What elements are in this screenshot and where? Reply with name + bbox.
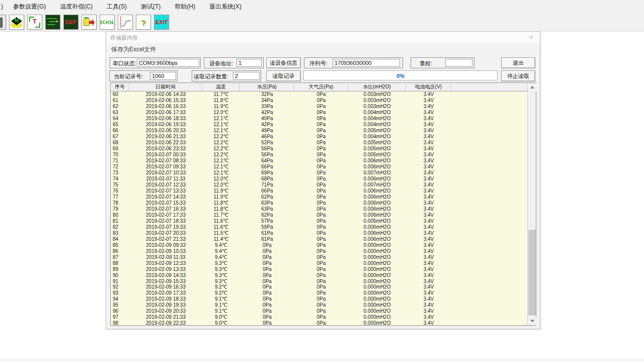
table-row[interactable]: 93 2019-02-09 17:33 9.2℃ 0Pa 0Pa 0.000mH… [111, 290, 528, 296]
close-icon[interactable]: × [527, 33, 536, 42]
serial-port-field[interactable]: COM3:9600bps [137, 59, 199, 67]
cell-water-pressure: 34Pa [240, 98, 294, 103]
table-row[interactable]: 72 2019-02-07 09:33 12.1℃ 66Pa 0Pa 0.006… [111, 164, 528, 170]
transfer-icon [82, 15, 96, 29]
column-header[interactable] [451, 83, 528, 91]
table-row[interactable]: 63 2019-02-06 17:33 12.0℃ 42Pa 0Pa 0.004… [111, 110, 528, 116]
scrollbar-thumb[interactable] [528, 230, 536, 315]
table-row[interactable]: 74 2019-02-07 11:33 12.0℃ 68Pa 0Pa 0.006… [111, 176, 528, 182]
table-row[interactable]: 88 2019-02-09 12:33 9.3℃ 0Pa 0Pa 0.000mH… [111, 260, 528, 266]
cell-temperature: 12.1℃ [202, 116, 240, 121]
menu-item[interactable]: ) [0, 0, 6, 13]
table-row[interactable]: 77 2019-02-07 14:33 11.9℃ 62Pa 0Pa 0.006… [111, 194, 528, 200]
table-row[interactable]: 73 2019-02-07 10:33 12.1℃ 69Pa 0Pa 0.007… [111, 170, 528, 176]
cell-water-pressure: 68Pa [240, 176, 294, 182]
table-row[interactable]: 62 2019-02-06 16:33 11.9℃ 33Pa 0Pa 0.003… [111, 104, 528, 110]
table-row[interactable]: 98 2019-02-09 22:33 9.0℃ 0Pa 0Pa 0.000mH… [111, 320, 528, 326]
table-row[interactable]: 95 2019-02-09 19:33 9.1℃ 0Pa 0Pa 0.000mH… [111, 302, 528, 308]
menu-item[interactable]: 参数设置(G) [6, 0, 53, 13]
range-field[interactable] [445, 59, 472, 67]
table-row[interactable]: 82 2019-02-07 19:33 11.6℃ 59Pa 0Pa 0.006… [111, 224, 528, 230]
table-row[interactable]: 66 2019-02-06 20:33 12.1℃ 49Pa 0Pa 0.005… [111, 128, 528, 134]
cell-water-level: 0.005mH2O [348, 152, 406, 157]
table-row[interactable]: 61 2019-02-06 15:33 11.8℃ 34Pa 0Pa 0.003… [111, 98, 528, 104]
table-row[interactable]: 65 2019-02-06 19:33 12.1℃ 42Pa 0Pa 0.004… [111, 122, 528, 128]
table-row[interactable]: 64 2019-02-06 18:33 12.1℃ 40Pa 0Pa 0.004… [111, 116, 528, 122]
transfer-toolbar-button[interactable] [82, 15, 97, 30]
cell-water-pressure: 63Pa [240, 200, 294, 206]
cell-water-level: 0.004mH2O [348, 116, 406, 121]
device-address-field[interactable]: 1 [236, 59, 262, 67]
device-toolbar-button[interactable] [0, 15, 6, 30]
temperature-toolbar-button[interactable]: T [27, 15, 42, 30]
menu-item[interactable]: 测试(T) [134, 0, 168, 13]
current-record-field[interactable]: 1060 [150, 72, 176, 80]
board-toolbar-button[interactable] [45, 15, 60, 30]
cell-water-pressure: 0Pa [240, 279, 294, 284]
cell-datetime: 2019-02-07 10:33 [129, 170, 202, 175]
table-row[interactable]: 85 2019-02-09 09:33 9.4℃ 0Pa 0Pa 0.000mH… [111, 242, 528, 248]
cell-seq: 74 [111, 176, 129, 182]
table-row[interactable]: 79 2019-02-07 16:33 11.8℃ 63Pa 0Pa 0.006… [111, 206, 528, 212]
cell-water-pressure: 52Pa [240, 140, 294, 145]
table-row[interactable]: 94 2019-02-09 18:33 9.1℃ 0Pa 0Pa 0.000mH… [111, 296, 528, 302]
read-count-field[interactable]: 2 [233, 72, 260, 80]
exit-toolbar-button[interactable]: EXIT [154, 15, 169, 30]
table-row[interactable]: 97 2019-02-09 21:33 9.0℃ 0Pa 0Pa 0.000mH… [111, 314, 528, 320]
column-header[interactable]: 水压(Pa) [240, 83, 294, 91]
menu-item[interactable]: 工具(S) [100, 0, 134, 13]
curve-toolbar-button[interactable] [118, 15, 133, 30]
scroll-up-icon[interactable] [528, 83, 536, 92]
cell-datetime: 2019-02-07 18:33 [129, 218, 202, 224]
table-row[interactable]: 78 2019-02-07 15:33 11.8℃ 63Pa 0Pa 0.006… [111, 200, 528, 206]
table-row[interactable]: 84 2019-02-07 21:33 11.4℃ 61Pa 0Pa 0.006… [111, 236, 528, 242]
table-row[interactable]: 80 2019-02-07 17:33 11.7℃ 62Pa 0Pa 0.006… [111, 212, 528, 218]
table-row[interactable]: 96 2019-02-09 20:33 9.1℃ 0Pa 0Pa 0.000mH… [111, 308, 528, 314]
cell-water-pressure: 64Pa [240, 158, 294, 163]
column-header[interactable]: 大气压(Pa) [294, 83, 348, 91]
read-device-info-button[interactable]: 读设备信息 [266, 57, 301, 68]
table-row[interactable]: 92 2019-02-09 16:33 9.2℃ 0Pa 0Pa 0.000mH… [111, 284, 528, 290]
tool-toolbar-button[interactable]: TOOL [100, 15, 115, 30]
table-row[interactable]: 70 2019-02-07 00:33 12.2℃ 56Pa 0Pa 0.005… [111, 152, 528, 158]
exit-button[interactable]: 退出 [501, 57, 535, 68]
table-row[interactable]: 87 2019-02-09 11:33 9.4℃ 0Pa 0Pa 0.000mH… [111, 254, 528, 260]
cell-seq: 83 [111, 230, 129, 236]
column-header[interactable]: 温度 [202, 83, 240, 91]
table-row[interactable]: 75 2019-02-07 12:33 12.0℃ 71Pa 0Pa 0.007… [111, 182, 528, 188]
cell-seq: 88 [111, 260, 129, 266]
table-row[interactable]: 71 2019-02-07 08:33 12.1℃ 64Pa 0Pa 0.006… [111, 158, 528, 164]
menu-item[interactable]: 温度补偿(C) [53, 0, 100, 13]
table-row[interactable]: 68 2019-02-06 22:33 12.2℃ 52Pa 0Pa 0.005… [111, 140, 528, 146]
read-records-button[interactable]: 读取记录 [266, 70, 301, 81]
table-row[interactable]: 89 2019-02-09 13:33 9.3℃ 0Pa 0Pa 0.000mH… [111, 266, 528, 272]
table-row[interactable]: 81 2019-02-07 18:33 11.6℃ 57Pa 0Pa 0.005… [111, 218, 528, 224]
vertical-scrollbar[interactable] [527, 83, 536, 325]
cell-water-level: 0.006mH2O [348, 176, 406, 182]
column-header[interactable]: 序号 [111, 83, 129, 91]
save-as-excel-menu[interactable]: 保存为Excel文件 [111, 45, 156, 54]
measure-toolbar-button[interactable]: M [9, 15, 24, 30]
table-row[interactable]: 76 2019-02-07 13:33 11.9℃ 66Pa 0Pa 0.006… [111, 188, 528, 194]
column-header[interactable]: 水位(mH2O) [348, 83, 406, 91]
menu-item[interactable]: 帮助(H) [168, 0, 202, 13]
menu-item[interactable]: 退出系统(X) [202, 0, 249, 13]
cell-battery-voltage: 3.4V [406, 170, 451, 175]
stop-reading-button[interactable]: 停止读取 [501, 70, 535, 81]
table-row[interactable]: 60 2019-02-06 14:33 11.7℃ 32Pa 0Pa 0.003… [111, 92, 528, 98]
eeprom-toolbar-button[interactable]: EEP [63, 15, 78, 30]
column-header[interactable]: 电池电压(V) [406, 83, 451, 91]
table-row[interactable]: 91 2019-02-09 15:33 9.3℃ 0Pa 0Pa 0.000mH… [111, 278, 528, 284]
table-row[interactable]: 69 2019-02-06 23:33 12.2℃ 56Pa 0Pa 0.005… [111, 146, 528, 152]
serial-number-field[interactable]: 170936030000 [333, 59, 400, 67]
cell-temperature: 9.3℃ [202, 260, 240, 266]
help-toolbar-button[interactable]: ? [136, 15, 151, 30]
scroll-down-icon[interactable] [528, 317, 536, 325]
table-row[interactable]: 86 2019-02-09 10:33 9.4℃ 0Pa 0Pa 0.000mH… [111, 248, 528, 254]
table-row[interactable]: 67 2019-02-06 21:33 12.2℃ 46Pa 0Pa 0.004… [111, 134, 528, 140]
table-row[interactable]: 83 2019-02-07 20:33 11.5℃ 61Pa 0Pa 0.006… [111, 230, 528, 236]
table-row[interactable]: 90 2019-02-09 14:33 9.3℃ 0Pa 0Pa 0.000mH… [111, 272, 528, 278]
cell-water-pressure: 0Pa [240, 320, 294, 326]
cell-battery-voltage: 3.4V [406, 104, 451, 109]
column-header[interactable]: 日期时间 [129, 83, 202, 91]
